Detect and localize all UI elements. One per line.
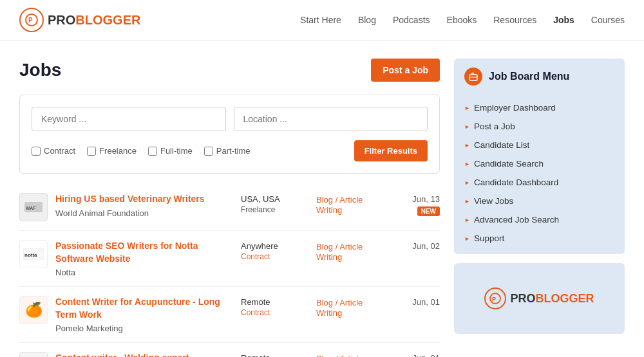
job-location-type: Freelance: [241, 205, 308, 214]
sidebar-item-employer-dashboard[interactable]: ► Employer Dashboard: [454, 98, 625, 117]
sidebar-item-candidate-list[interactable]: ► Candidate List: [454, 136, 625, 154]
svg-text:WAF: WAF: [26, 206, 36, 210]
job-location: Remote Contract: [241, 352, 308, 357]
job-details: Passionate SEO Writers for Notta Softwar…: [55, 240, 233, 277]
job-logo: 🍊: [19, 296, 48, 324]
freelance-filter[interactable]: Freelance: [87, 146, 137, 156]
search-area: Contract Freelance Full-time Part-time F…: [19, 95, 440, 174]
job-location-type: Contract: [241, 308, 308, 317]
job-category[interactable]: Blog / Article Writing: [316, 240, 387, 262]
parttime-filter[interactable]: Part-time: [204, 146, 251, 156]
table-row: Content writer - Welding expert SEO Part…: [19, 343, 440, 357]
job-category[interactable]: Blog / Article Writing: [316, 296, 387, 318]
menu-items: ► Employer Dashboard ► Post a Job ► Cand…: [454, 95, 625, 254]
promo-logo-text: PROBLOGGER: [510, 292, 594, 306]
sidebar-item-candidate-search[interactable]: ► Candidate Search: [454, 154, 625, 173]
promo-p-icon: P: [489, 293, 501, 304]
sidebar: Job Board Menu ► Employer Dashboard ► Po…: [454, 59, 625, 357]
sidebar-item-support[interactable]: ► Support: [454, 229, 625, 248]
job-details: Hiring US based Veterinary Writers World…: [55, 193, 233, 218]
job-date: Jun, 01: [395, 353, 440, 357]
notta-logo-icon: notta: [23, 248, 44, 260]
job-date: Jun, 02: [395, 241, 440, 251]
nav-jobs[interactable]: Jobs: [553, 15, 574, 25]
job-title[interactable]: Passionate SEO Writers for Notta Softwar…: [55, 240, 233, 265]
job-company: Pomelo Marketing: [55, 324, 233, 333]
nav-ebooks[interactable]: Ebooks: [447, 15, 477, 25]
sidebar-item-candidate-dashboard[interactable]: ► Candidate Dashboard: [454, 173, 625, 192]
job-location-city: Anywhere: [241, 241, 308, 251]
promo-logo-icon: P: [484, 288, 506, 309]
arrow-icon: ►: [464, 142, 470, 149]
table-row: 🍊 Content Writer for Acupuncture - Long …: [19, 287, 440, 343]
svg-text:notta: notta: [24, 252, 37, 258]
sidebar-item-post-job[interactable]: ► Post a Job: [454, 117, 625, 136]
table-row: WAF Hiring US based Veterinary Writers W…: [19, 184, 440, 231]
table-row: notta Passionate SEO Writers for Notta S…: [19, 231, 440, 287]
menu-header: Job Board Menu: [454, 59, 625, 95]
filter-results-button[interactable]: Filter Results: [354, 140, 428, 161]
arrow-icon: ►: [464, 105, 470, 111]
nav-podcasts[interactable]: Podcasts: [393, 15, 430, 25]
sidebar-promo: P PROBLOGGER: [454, 263, 625, 334]
job-location-city: Remote: [241, 353, 308, 357]
job-company: World Animal Foundation: [55, 208, 233, 218]
job-date-col: Jun, 02: [395, 240, 440, 251]
arrow-icon: ►: [464, 179, 470, 186]
site-header: P PROBLOGGER Start Here Blog Podcasts Eb…: [0, 0, 644, 41]
location-input[interactable]: [234, 107, 428, 131]
arrow-icon: ►: [464, 217, 470, 223]
job-logo: WAF: [19, 193, 48, 221]
menu-title: Job Board Menu: [489, 71, 569, 82]
job-location: Remote Contract: [241, 296, 308, 317]
job-category[interactable]: Blog / Article Writing: [316, 352, 387, 357]
svg-text:P: P: [492, 296, 496, 302]
menu-header-icon: [464, 68, 482, 86]
job-date: Jun, 01: [395, 297, 440, 307]
logo-icon: P: [19, 8, 44, 32]
job-title[interactable]: Content writer - Welding expert: [55, 352, 233, 357]
job-logo: notta: [19, 240, 48, 268]
nav-blog[interactable]: Blog: [358, 15, 376, 25]
contract-filter[interactable]: Contract: [32, 146, 75, 156]
job-location: Anywhere Contract: [241, 240, 308, 261]
arrow-icon: ►: [464, 235, 470, 242]
waf-logo-icon: WAF: [24, 202, 43, 212]
new-badge: NEW: [417, 206, 440, 216]
logo-text: PROBLOGGER: [48, 13, 140, 28]
job-location-city: USA, USA: [241, 194, 308, 204]
arrow-icon: ►: [464, 161, 470, 167]
job-logo: [19, 352, 48, 357]
job-title[interactable]: Hiring US based Veterinary Writers: [55, 193, 233, 206]
svg-text:P: P: [28, 17, 33, 24]
logo[interactable]: P PROBLOGGER: [19, 8, 140, 32]
job-date: Jun, 13: [395, 194, 440, 204]
arrow-icon: ►: [464, 198, 470, 205]
job-location-type: Contract: [241, 252, 308, 261]
nav-courses[interactable]: Courses: [591, 15, 625, 25]
sidebar-item-advanced-job-search[interactable]: ► Advanced Job Search: [454, 210, 625, 229]
job-company: Notta: [55, 268, 233, 277]
nav-resources[interactable]: Resources: [493, 15, 536, 25]
main-nav: Start Here Blog Podcasts Ebooks Resource…: [300, 15, 625, 25]
job-date-col: Jun, 01: [395, 352, 440, 357]
nav-start-here[interactable]: Start Here: [300, 15, 341, 25]
arrow-icon: ►: [464, 124, 470, 130]
page-title: Jobs: [19, 60, 61, 80]
fulltime-filter[interactable]: Full-time: [148, 146, 193, 156]
job-location: USA, USA Freelance: [241, 193, 308, 214]
job-board-menu: Job Board Menu ► Employer Dashboard ► Po…: [454, 59, 625, 254]
pomelo-icon: 🍊: [25, 302, 43, 318]
job-date-col: Jun, 13 NEW: [395, 193, 440, 216]
post-job-button[interactable]: Post a Job: [371, 59, 440, 82]
job-list: WAF Hiring US based Veterinary Writers W…: [19, 184, 440, 357]
keyword-input[interactable]: [32, 107, 226, 131]
job-date-col: Jun, 01: [395, 296, 440, 307]
promo-logo: P PROBLOGGER: [484, 288, 594, 309]
logo-p-icon: P: [25, 14, 38, 26]
sidebar-item-view-jobs[interactable]: ► View Jobs: [454, 192, 625, 210]
job-title[interactable]: Content Writer for Acupuncture - Long Te…: [55, 296, 233, 321]
job-details: Content writer - Welding expert SEO Part…: [55, 352, 233, 357]
job-details: Content Writer for Acupuncture - Long Te…: [55, 296, 233, 333]
job-category[interactable]: Blog / Article Writing: [316, 193, 387, 215]
